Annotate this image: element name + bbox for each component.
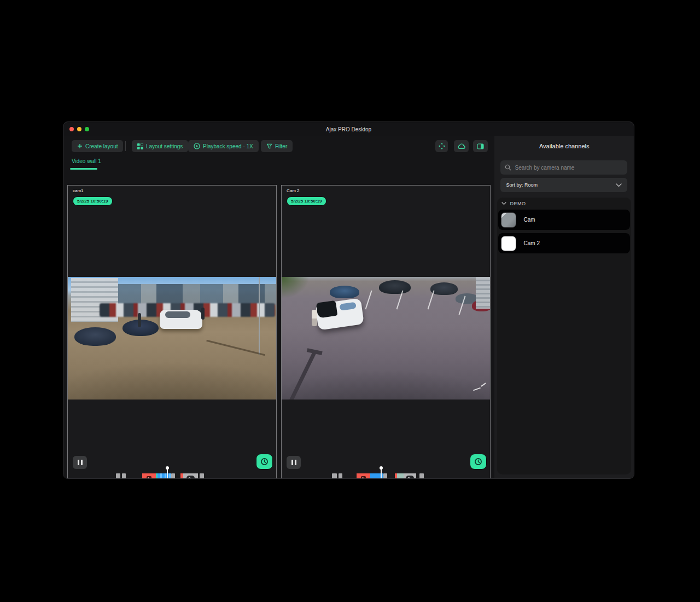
camera-cell-1[interactable]: cam1 5/2/25 10:50:19 [67, 185, 277, 479]
channel-label: Cam 2 [523, 240, 539, 246]
pole-shadow [283, 351, 317, 400]
channel-item-cam-2[interactable]: Cam 2 [498, 233, 630, 253]
parked-car [330, 286, 359, 298]
go-to-time-button[interactable] [470, 454, 487, 470]
plus-icon [77, 143, 83, 149]
clock-icon [474, 458, 482, 466]
playhead[interactable] [167, 468, 168, 479]
clock-icon [260, 458, 269, 466]
search-icon [505, 164, 511, 171]
person [312, 310, 317, 326]
camera-video-feed [68, 277, 276, 400]
layout-settings-label: Layout settings [146, 143, 183, 149]
white-car-open-trunk [315, 298, 364, 330]
light-pole [259, 277, 260, 355]
sort-by-label: Sort by: Room [506, 182, 538, 188]
window-title: Ajax PRO Desktop [326, 126, 371, 132]
zoom-window-button[interactable] [85, 127, 89, 131]
minimize-window-button[interactable] [77, 127, 81, 131]
active-tab-indicator [70, 168, 97, 170]
road-mark [481, 383, 486, 386]
channel-list: DEMO Cam Cam 2 [497, 198, 631, 474]
group-label: DEMO [510, 201, 526, 206]
tab-bar: Video wall 1 [63, 156, 494, 171]
available-channels-panel: Available channels Sort by: Room DEMO Ca… [494, 136, 634, 478]
parked-car [379, 280, 411, 294]
building [476, 277, 490, 309]
expand-arrows-icon [439, 143, 445, 149]
panel-toggle-button[interactable] [473, 140, 488, 152]
filter-label: Filter [275, 143, 287, 149]
person [138, 313, 141, 327]
app-window: Ajax PRO Desktop Create layout Layout se… [63, 121, 634, 479]
pause-button[interactable] [287, 456, 301, 469]
pause-button[interactable] [73, 456, 87, 469]
recording-timeline[interactable] [68, 473, 276, 479]
create-layout-button[interactable]: Create layout [72, 140, 123, 152]
parked-car [430, 282, 458, 295]
parked-car [74, 327, 116, 346]
sidebar-title: Available channels [494, 143, 634, 149]
playback-timestamp-badge: 5/2/25 10:50:19 [73, 196, 113, 206]
camera-thumbnail [501, 212, 516, 228]
cloud-button[interactable] [454, 140, 469, 152]
playback-speed-label: Playback speed - 1X [203, 143, 253, 149]
playback-timestamp-badge: 5/2/25 10:50:19 [287, 196, 326, 206]
filter-button[interactable]: Filter [261, 140, 293, 152]
recording-timeline[interactable] [282, 473, 490, 479]
search-input[interactable] [515, 165, 623, 171]
camera-event-icon [406, 476, 414, 479]
playhead[interactable] [381, 468, 382, 479]
expand-fullscreen-button[interactable] [435, 140, 448, 152]
camera-cell-2[interactable]: Cam 2 5/2/25 10:50:19 [281, 185, 491, 479]
camera-event-icon [186, 476, 195, 479]
parking-line [427, 291, 434, 310]
road-mark [473, 387, 481, 391]
camera-name: cam1 [73, 188, 84, 193]
titlebar: Ajax PRO Desktop [63, 122, 634, 136]
video-wall-area: Create layout Layout settings Playback s… [63, 136, 494, 478]
white-car [160, 310, 202, 329]
camera-search-box[interactable] [500, 160, 627, 175]
camera-video-feed [282, 277, 490, 400]
close-window-button[interactable] [69, 127, 74, 131]
skyline [118, 284, 276, 305]
cloud-icon [458, 143, 465, 149]
layout-grid-icon [137, 143, 143, 149]
tab-video-wall-1[interactable]: Video wall 1 [72, 158, 101, 164]
motion-event-icon [361, 476, 366, 479]
layout-settings-button[interactable]: Layout settings [132, 140, 188, 152]
chevron-down-icon [616, 183, 622, 187]
channel-item-cam[interactable]: Cam [498, 210, 630, 230]
go-to-time-button[interactable] [256, 454, 273, 470]
chevron-down-icon [501, 202, 506, 205]
parking-line [365, 291, 372, 310]
traffic-lights [69, 127, 89, 131]
filter-funnel-icon [266, 143, 272, 149]
camera-name: Cam 2 [287, 188, 300, 193]
pole-shadow [206, 340, 265, 356]
motion-event-icon [147, 476, 151, 479]
camera-thumbnail [501, 236, 516, 251]
toolbar-separator [125, 141, 126, 151]
person [201, 308, 205, 320]
sort-by-dropdown[interactable]: Sort by: Room [500, 178, 627, 192]
panel-toggle-icon [477, 143, 484, 149]
group-header-demo[interactable]: DEMO [501, 201, 526, 206]
playback-speed-button[interactable]: Playback speed - 1X [188, 140, 259, 152]
play-circle-icon [194, 143, 200, 149]
create-layout-label: Create layout [85, 143, 118, 149]
channel-label: Cam [523, 217, 535, 223]
toolbar: Create layout Layout settings Playback s… [63, 136, 494, 156]
